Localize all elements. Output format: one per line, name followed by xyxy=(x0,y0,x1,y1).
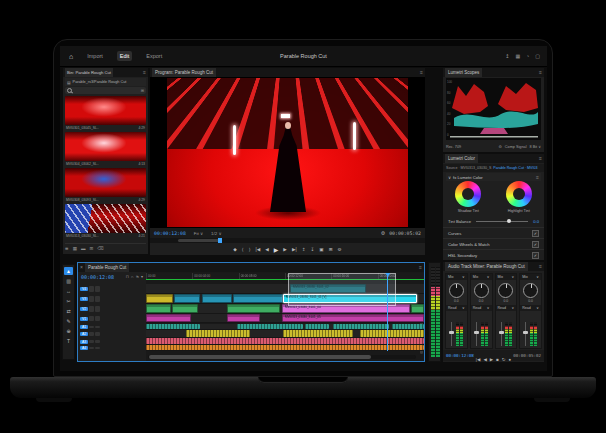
step-forward-icon[interactable]: ▶ xyxy=(283,247,287,252)
home-icon[interactable]: ⌂ xyxy=(69,53,73,60)
track-toggle[interactable] xyxy=(95,286,100,292)
timeline-clip[interactable] xyxy=(237,324,303,329)
pan-knob[interactable] xyxy=(523,283,538,298)
program-timecode[interactable]: 00:00:12:08 xyxy=(154,231,186,236)
sequence-clip-link[interactable]: Parable Rough Cut · MVI03 xyxy=(493,166,537,170)
track-toggle[interactable] xyxy=(89,286,94,292)
pan-knob[interactable] xyxy=(498,283,513,298)
signal-label[interactable]: Comp Signal xyxy=(505,145,527,149)
fit-dropdown[interactable]: Fit ∨ xyxy=(194,231,203,236)
timeline-clip[interactable] xyxy=(172,304,198,313)
delete-icon[interactable]: ⌫ xyxy=(97,246,103,251)
ripple-edit-tool[interactable]: ↔ xyxy=(64,287,73,295)
mixer-channel-strip[interactable]: Mix∨0.0Read∨ xyxy=(495,273,518,349)
snap-icon[interactable]: ∩ xyxy=(131,274,134,279)
track-toggle[interactable] xyxy=(89,332,94,336)
track-toggle[interactable] xyxy=(95,326,100,328)
fader-thumb[interactable] xyxy=(449,331,454,334)
section-checkbox[interactable]: ✓ xyxy=(532,241,539,248)
comparison-view-icon[interactable]: ⊞ xyxy=(329,247,333,252)
mixer-channel-strip[interactable]: Mix∨0.0Read∨ xyxy=(519,273,542,349)
pan-knob[interactable] xyxy=(449,283,464,298)
panel-menu-icon[interactable]: ≡ xyxy=(420,68,423,77)
timeline-clip[interactable] xyxy=(146,294,173,303)
tint-balance-value[interactable]: 0.0 xyxy=(533,219,539,224)
panel-menu-icon[interactable]: ≡ xyxy=(143,68,146,77)
track-target-a1[interactable]: A1 xyxy=(80,325,88,329)
volume-fader[interactable] xyxy=(525,322,526,346)
progress-icon[interactable]: ◔ xyxy=(526,53,529,59)
bin-item[interactable]: MVI0313_03030_SL..4:21 xyxy=(65,204,146,238)
bus-dropdown[interactable]: Mix∨ xyxy=(520,274,541,280)
add-marker-icon[interactable]: ◆ xyxy=(233,247,237,252)
track-target-v1[interactable]: V1 xyxy=(80,317,88,321)
workspaces-icon[interactable]: ▦ xyxy=(516,53,521,59)
go-to-in-icon[interactable]: |◀ xyxy=(255,247,260,252)
bus-dropdown[interactable]: Mix∨ xyxy=(496,274,517,280)
volume-fader[interactable] xyxy=(501,322,502,346)
go-to-in-icon[interactable]: |◀ xyxy=(476,357,481,362)
track-toggle[interactable] xyxy=(89,340,94,343)
bus-dropdown[interactable]: Mix∨ xyxy=(446,274,467,280)
track-target-v3[interactable]: V3 xyxy=(80,297,88,301)
track-header-v4[interactable]: V4 xyxy=(78,285,146,293)
type-tool[interactable]: T xyxy=(64,337,73,345)
tab-export[interactable]: Export xyxy=(143,51,165,61)
step-back-icon[interactable]: ◀ xyxy=(483,357,486,362)
mixer-channel-strip[interactable]: Mix∨0.0Read∨ xyxy=(470,273,493,349)
quick-export-icon[interactable]: ↥ xyxy=(505,53,509,59)
new-bin-icon[interactable]: ⊞ xyxy=(90,246,94,251)
track-target-v4[interactable]: V4 xyxy=(80,287,88,291)
lumetri-effect-row[interactable]: ∨ fx Lumetri Color ≡ xyxy=(446,173,541,181)
lumetri-section-row[interactable]: Curves✓ xyxy=(443,227,544,238)
track-header-v2[interactable]: V2 xyxy=(78,305,146,313)
timeline-clip[interactable] xyxy=(202,294,233,303)
mixer-timecode[interactable]: 00:00:12:08 xyxy=(446,353,474,358)
track-header-a4[interactable]: A4 xyxy=(78,346,146,350)
track-toggle[interactable] xyxy=(95,306,100,312)
slip-tool[interactable]: ⇄ xyxy=(64,307,73,315)
razor-tool[interactable]: ✂ xyxy=(64,297,73,305)
thumbnail-view-icon[interactable]: ▦ xyxy=(73,246,77,251)
timeline-clip[interactable] xyxy=(146,338,424,344)
insert-overwrite-icon[interactable]: ⊓ xyxy=(126,274,129,279)
track-header-a3[interactable]: A3 xyxy=(78,339,146,344)
mark-out-icon[interactable]: ⟩ xyxy=(249,247,251,252)
record-icon[interactable]: ● xyxy=(509,357,512,362)
marker-icon[interactable]: ▾ xyxy=(141,274,143,279)
timeline-clip[interactable] xyxy=(146,304,171,313)
track-toggle[interactable] xyxy=(89,306,94,312)
mixer-channel-strip[interactable]: Mix∨0.0Read∨ xyxy=(445,273,468,349)
linked-selection-icon[interactable]: ≋ xyxy=(136,274,139,279)
go-to-out-icon[interactable]: ▶| xyxy=(292,247,297,252)
timeline-clip[interactable] xyxy=(146,345,424,350)
grid-view-icon[interactable]: ⊞ xyxy=(141,88,144,93)
program-zoom-bar[interactable] xyxy=(178,239,222,242)
track-toggle[interactable] xyxy=(95,340,100,343)
track-header-v1[interactable]: V1 xyxy=(78,315,146,322)
panel-menu-icon[interactable]: ≡ xyxy=(539,154,542,163)
timeline-clip[interactable] xyxy=(411,304,424,313)
bin-item[interactable]: MVI0301_03045_SL..4:29 xyxy=(65,96,146,130)
bin-breadcrumb[interactable]: ▤ Parable_rs3/Parable Rough Cut xyxy=(65,78,146,86)
lumetri-section-row[interactable]: HSL Secondary✓ xyxy=(443,249,544,260)
timeline-clip[interactable] xyxy=(227,304,280,313)
fader-thumb[interactable] xyxy=(499,331,504,334)
automation-dropdown[interactable]: Read∨ xyxy=(496,305,517,311)
track-target-a4[interactable]: A4 xyxy=(80,346,88,350)
selection-tool[interactable]: ▲ xyxy=(64,267,73,275)
hand-tool[interactable]: ⊕ xyxy=(64,327,73,335)
timeline-h-scrollbar[interactable] xyxy=(148,355,416,359)
tint-balance-slider[interactable] xyxy=(476,221,528,222)
lift-icon[interactable]: ↥ xyxy=(302,247,306,252)
play-icon[interactable]: ▶ xyxy=(274,246,279,253)
track-toggle[interactable] xyxy=(95,347,100,349)
settings-icon[interactable]: ⚙ xyxy=(338,247,342,252)
timeline-clip[interactable] xyxy=(174,294,201,303)
program-video-frame[interactable] xyxy=(167,78,408,227)
list-view-icon[interactable]: ≣ xyxy=(65,246,69,251)
track-target-a3[interactable]: A3 xyxy=(80,340,88,344)
timeline-timecode[interactable]: 00:00:12:08 xyxy=(81,274,114,280)
track-toggle[interactable] xyxy=(89,326,94,328)
stop-icon[interactable]: ■ xyxy=(496,357,499,362)
